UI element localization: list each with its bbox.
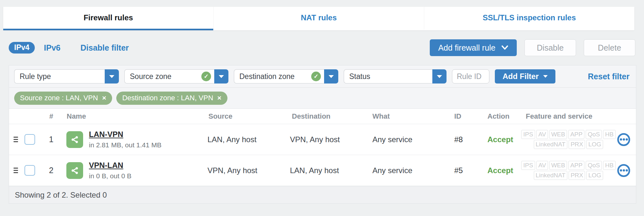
disable-button[interactable]: Disable bbox=[524, 39, 576, 56]
caret-down-icon bbox=[329, 75, 334, 78]
source-zone-dropdown-button[interactable] bbox=[214, 69, 228, 83]
header-feature-and-service: Feature and service bbox=[517, 112, 611, 121]
header-id: ID bbox=[447, 112, 479, 121]
ipv6-toggle[interactable]: IPv6 bbox=[44, 43, 60, 53]
rule-type-share-icon bbox=[66, 131, 83, 148]
rule-destination: VPN, Any host bbox=[281, 135, 364, 144]
badge-log: LOG bbox=[586, 140, 603, 149]
rule-type-share-icon bbox=[66, 162, 83, 179]
filter-active-check-icon: ✓ bbox=[311, 72, 321, 81]
destination-zone-field[interactable]: Destination zone ✓ bbox=[234, 69, 324, 83]
rule-source: LAN, Any host bbox=[199, 135, 281, 144]
badge-ips: IPS bbox=[521, 130, 535, 139]
add-firewall-rule-button[interactable]: Add firewall rule bbox=[430, 39, 517, 56]
badge-web: WEB bbox=[549, 161, 567, 170]
rule-id: #8 bbox=[447, 135, 479, 144]
filter-bar: Rule type Source zone ✓ Destination zone… bbox=[9, 65, 636, 87]
badge-av: AV bbox=[536, 161, 548, 170]
rule-id-input[interactable] bbox=[452, 69, 489, 83]
badge-log: LOG bbox=[586, 171, 603, 180]
remove-chip-icon[interactable]: ✕ bbox=[102, 95, 106, 101]
row-number: 2 bbox=[41, 166, 61, 175]
delete-button[interactable]: Delete bbox=[584, 39, 635, 56]
rule-type-field[interactable]: Rule type bbox=[14, 69, 105, 83]
badge-prx: PRX bbox=[569, 140, 585, 149]
header-destination: Destination bbox=[281, 112, 364, 121]
status-dropdown-button[interactable] bbox=[432, 69, 447, 83]
toolbar-buttons: Add firewall rule Disable Delete bbox=[430, 39, 635, 56]
destination-zone-dropdown-button[interactable] bbox=[324, 69, 338, 83]
rule-tabs: Firewall rules NAT rules SSL/TLS inspect… bbox=[3, 7, 634, 30]
chip-source-zone-label: Source zone : LAN, VPN bbox=[20, 94, 98, 102]
destination-zone-filter: Destination zone ✓ bbox=[234, 69, 338, 83]
header-number: # bbox=[41, 112, 61, 121]
active-filter-chips: Source zone : LAN, VPN ✕ Destination zon… bbox=[9, 87, 636, 108]
header-name: Name bbox=[61, 112, 199, 121]
destination-zone-label: Destination zone bbox=[239, 72, 308, 81]
row-actions-menu-icon[interactable] bbox=[617, 133, 630, 146]
rule-type-dropdown-button[interactable] bbox=[105, 69, 119, 83]
add-firewall-rule-label: Add firewall rule bbox=[438, 43, 495, 53]
table-header-row: # Name Source Destination What ID Action… bbox=[9, 109, 636, 124]
header-what: What bbox=[364, 112, 447, 121]
status-label: Status bbox=[349, 72, 429, 81]
remove-chip-icon[interactable]: ✕ bbox=[217, 95, 222, 101]
row-checkbox[interactable] bbox=[24, 165, 35, 176]
badge-linkednat: LinkedNAT bbox=[534, 140, 568, 149]
header-action: Action bbox=[479, 112, 517, 121]
row-actions-menu-icon[interactable] bbox=[617, 164, 630, 177]
row-checkbox[interactable] bbox=[24, 134, 35, 145]
chip-destination-zone: Destination zone : LAN, VPN ✕ bbox=[116, 92, 227, 105]
rule-traffic: in 0 B, out 0 B bbox=[89, 172, 199, 180]
feature-badges: IPS AV WEB APP QoS HB LinkedNAT PRX LOG bbox=[526, 130, 611, 149]
rule-what: Any service bbox=[364, 135, 447, 144]
badge-ips: IPS bbox=[521, 161, 535, 170]
rule-name-link[interactable]: LAN-VPN bbox=[89, 130, 123, 139]
feature-badges: IPS AV WEB APP QoS HB LinkedNAT PRX LOG bbox=[526, 161, 611, 180]
badge-qos: QoS bbox=[586, 130, 602, 139]
badge-av: AV bbox=[536, 130, 548, 139]
caret-down-icon bbox=[437, 75, 442, 78]
source-zone-label: Source zone bbox=[130, 72, 198, 81]
badge-app: APP bbox=[568, 161, 584, 170]
source-zone-field[interactable]: Source zone ✓ bbox=[124, 69, 214, 83]
badge-prx: PRX bbox=[569, 171, 585, 180]
rule-name-link[interactable]: VPN-LAN bbox=[89, 161, 123, 170]
tab-nat-rules[interactable]: NAT rules bbox=[213, 7, 424, 30]
header-source: Source bbox=[199, 112, 281, 121]
badge-qos: QoS bbox=[586, 161, 602, 170]
drag-handle-icon[interactable] bbox=[14, 168, 18, 173]
tab-firewall-rules[interactable]: Firewall rules bbox=[3, 7, 213, 30]
rule-traffic: in 2.81 MB, out 1.41 MB bbox=[89, 141, 199, 149]
table-row: 2 VPN-LAN in 0 B, out 0 B VPN, Any host … bbox=[9, 155, 636, 186]
badge-web: WEB bbox=[549, 130, 567, 139]
badge-app: APP bbox=[568, 130, 584, 139]
caret-down-icon bbox=[543, 75, 548, 78]
rule-type-label: Rule type bbox=[20, 72, 101, 81]
chip-source-zone: Source zone : LAN, VPN ✕ bbox=[14, 92, 112, 105]
add-filter-label: Add Filter bbox=[503, 72, 539, 81]
status-filter: Status bbox=[344, 69, 447, 83]
reset-filter-link[interactable]: Reset filter bbox=[588, 72, 631, 81]
showing-count-text: Showing 2 of 2. Selected 0 bbox=[15, 191, 107, 200]
toolbar: IPv4 IPv6 Disable filter Add firewall ru… bbox=[9, 30, 635, 65]
ipv4-toggle[interactable]: IPv4 bbox=[9, 42, 35, 53]
chevron-down-icon bbox=[501, 45, 508, 50]
tab-ssl-tls-inspection-rules[interactable]: SSL/TLS inspection rules bbox=[424, 7, 634, 30]
rule-destination: LAN, Any host bbox=[281, 166, 364, 175]
table-footer: Showing 2 of 2. Selected 0 bbox=[9, 186, 636, 203]
rule-type-filter: Rule type bbox=[14, 69, 119, 83]
rule-what: Any service bbox=[364, 166, 447, 175]
add-filter-button[interactable]: Add Filter bbox=[495, 69, 555, 83]
disable-filter-link[interactable]: Disable filter bbox=[81, 43, 129, 53]
drag-handle-icon[interactable] bbox=[14, 137, 18, 142]
filter-active-check-icon: ✓ bbox=[201, 72, 211, 81]
badge-linkednat: LinkedNAT bbox=[534, 171, 568, 180]
row-number: 1 bbox=[41, 135, 61, 144]
status-field[interactable]: Status bbox=[344, 69, 432, 83]
rule-id: #5 bbox=[447, 166, 479, 175]
caret-down-icon bbox=[109, 75, 114, 78]
caret-down-icon bbox=[219, 75, 224, 78]
rule-action: Accept bbox=[479, 166, 517, 175]
source-zone-filter: Source zone ✓ bbox=[124, 69, 228, 83]
